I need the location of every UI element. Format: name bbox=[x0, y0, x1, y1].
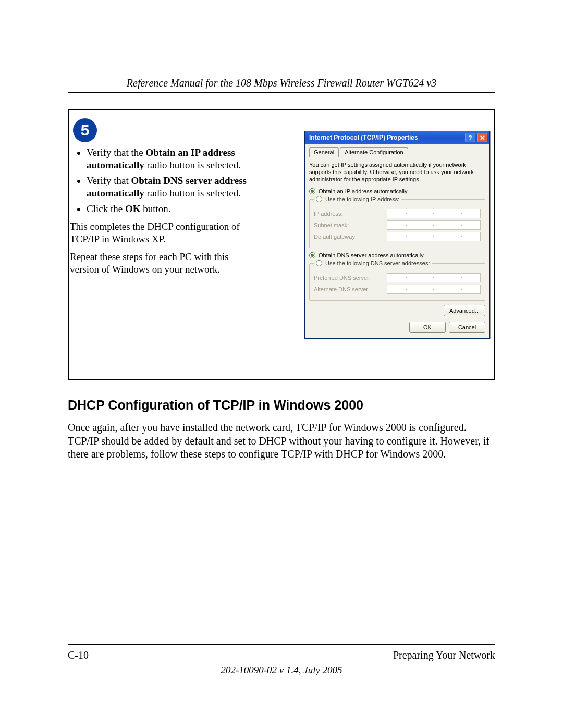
tcpip-properties-dialog: Internet Protocol (TCP/IP) Properties ? … bbox=[304, 131, 490, 339]
radio-use-following-dns[interactable]: Use the following DNS server addresses: bbox=[325, 260, 430, 266]
text: radio button is selected. bbox=[144, 159, 241, 170]
label-preferred-dns: Preferred DNS server: bbox=[314, 275, 387, 281]
radio-label: Obtain DNS server address automatically bbox=[319, 252, 424, 258]
bold-text: OK bbox=[125, 203, 141, 214]
radio-obtain-dns-auto[interactable]: Obtain DNS server address automatically bbox=[309, 252, 485, 258]
section-body: Once again, after you have installed the… bbox=[68, 421, 495, 461]
dns-settings-group: Use the following DNS server addresses: … bbox=[309, 260, 485, 301]
radio-icon[interactable] bbox=[316, 260, 322, 266]
label-alternate-dns: Alternate DNS server: bbox=[314, 286, 387, 292]
radio-icon bbox=[309, 252, 315, 258]
step-bullet: Verify that Obtain DNS server address au… bbox=[87, 175, 248, 200]
ok-button[interactable]: OK bbox=[409, 322, 446, 333]
footer-section-title: Preparing Your Network bbox=[393, 649, 495, 661]
text: Verify that the bbox=[87, 147, 145, 158]
text: Verify that bbox=[87, 175, 131, 186]
alternate-dns-field[interactable] bbox=[387, 285, 481, 294]
label-ip-address: IP address: bbox=[314, 211, 387, 217]
default-gateway-field[interactable] bbox=[387, 232, 481, 241]
step-bullet: Verify that the Obtain an IP address aut… bbox=[87, 146, 248, 171]
radio-icon bbox=[309, 188, 315, 194]
page-number: C-10 bbox=[68, 649, 89, 661]
ip-settings-group: Use the following IP address: IP address… bbox=[309, 196, 485, 248]
dialog-tabs: General Alternate Configuration bbox=[309, 147, 485, 157]
tab-general[interactable]: General bbox=[309, 147, 339, 157]
subnet-mask-field[interactable] bbox=[387, 220, 481, 230]
header-rule bbox=[68, 92, 495, 93]
ip-address-field[interactable] bbox=[387, 209, 481, 218]
step-number-badge: 5 bbox=[73, 118, 97, 142]
step-instructions: 5 Verify that the Obtain an IP address a… bbox=[69, 115, 248, 280]
text: button. bbox=[140, 203, 170, 214]
step-bullet: Click the OK button. bbox=[87, 203, 248, 215]
text: radio button is selected. bbox=[144, 188, 241, 199]
section-heading: DHCP Configuration of TCP/IP in Windows … bbox=[68, 398, 495, 413]
dialog-description: You can get IP settings assigned automat… bbox=[309, 162, 485, 183]
cancel-button[interactable]: Cancel bbox=[449, 322, 485, 333]
footer-doc-version: 202-10090-02 v 1.4, July 2005 bbox=[68, 664, 495, 676]
running-header: Reference Manual for the 108 Mbps Wirele… bbox=[68, 77, 495, 89]
close-button[interactable]: ✕ bbox=[477, 133, 487, 142]
label-subnet-mask: Subnet mask: bbox=[314, 222, 387, 228]
help-button[interactable]: ? bbox=[465, 133, 475, 142]
radio-icon[interactable] bbox=[316, 196, 322, 202]
page-footer: C-10 Preparing Your Network 202-10090-02… bbox=[68, 644, 495, 676]
step-panel: 5 Verify that the Obtain an IP address a… bbox=[68, 109, 495, 380]
dialog-body: General Alternate Configuration You can … bbox=[305, 144, 489, 338]
radio-label: Obtain an IP address automatically bbox=[319, 188, 407, 194]
tab-alternate-configuration[interactable]: Alternate Configuration bbox=[340, 147, 408, 157]
label-default-gateway: Default gateway: bbox=[314, 233, 387, 240]
dialog-screenshot: Internet Protocol (TCP/IP) Properties ? … bbox=[304, 131, 490, 339]
dialog-title: Internet Protocol (TCP/IP) Properties bbox=[309, 134, 463, 141]
footer-rule bbox=[68, 644, 495, 645]
step-paragraph: Repeat these steps for each PC with this… bbox=[70, 251, 248, 276]
radio-obtain-ip-auto[interactable]: Obtain an IP address automatically bbox=[309, 188, 485, 194]
advanced-button[interactable]: Advanced... bbox=[444, 305, 485, 316]
preferred-dns-field[interactable] bbox=[387, 273, 481, 282]
radio-use-following-ip[interactable]: Use the following IP address: bbox=[325, 196, 399, 202]
dialog-titlebar: Internet Protocol (TCP/IP) Properties ? … bbox=[305, 131, 489, 144]
text: Click the bbox=[87, 203, 125, 214]
step-paragraph: This completes the DHCP configuration of… bbox=[70, 220, 248, 245]
